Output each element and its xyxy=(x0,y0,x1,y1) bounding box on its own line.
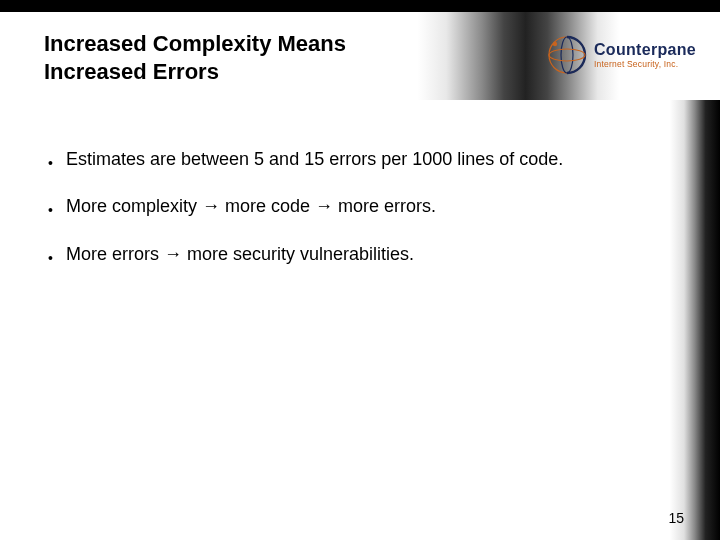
bullet-text: Estimates are between 5 and 15 errors pe… xyxy=(66,148,644,171)
page-number: 15 xyxy=(668,510,684,526)
bullet-marker: • xyxy=(48,203,54,217)
bullet-item: • More errors → more security vulnerabil… xyxy=(44,243,644,266)
svg-point-3 xyxy=(553,42,557,46)
bullet-item: • More complexity → more code → more err… xyxy=(44,195,644,218)
logo-icon xyxy=(546,34,588,76)
title-block: Increased Complexity Means Increased Err… xyxy=(44,30,444,85)
bullet-list: • Estimates are between 5 and 15 errors … xyxy=(44,148,644,290)
logo-tagline: Internet Security, Inc. xyxy=(594,60,696,69)
slide-title: Increased Complexity Means Increased Err… xyxy=(44,30,444,85)
logo-text-block: Counterpane Internet Security, Inc. xyxy=(594,42,696,69)
bullet-text: More complexity → more code → more error… xyxy=(66,195,644,218)
bullet-item: • Estimates are between 5 and 15 errors … xyxy=(44,148,644,171)
logo-company-name: Counterpane xyxy=(594,42,696,58)
svg-point-1 xyxy=(561,37,573,73)
bullet-marker: • xyxy=(48,251,54,265)
company-logo: Counterpane Internet Security, Inc. xyxy=(546,34,696,76)
bullet-text: More errors → more security vulnerabilit… xyxy=(66,243,644,266)
bullet-marker: • xyxy=(48,156,54,170)
header-band: Increased Complexity Means Increased Err… xyxy=(0,12,720,100)
svg-point-2 xyxy=(549,49,585,61)
